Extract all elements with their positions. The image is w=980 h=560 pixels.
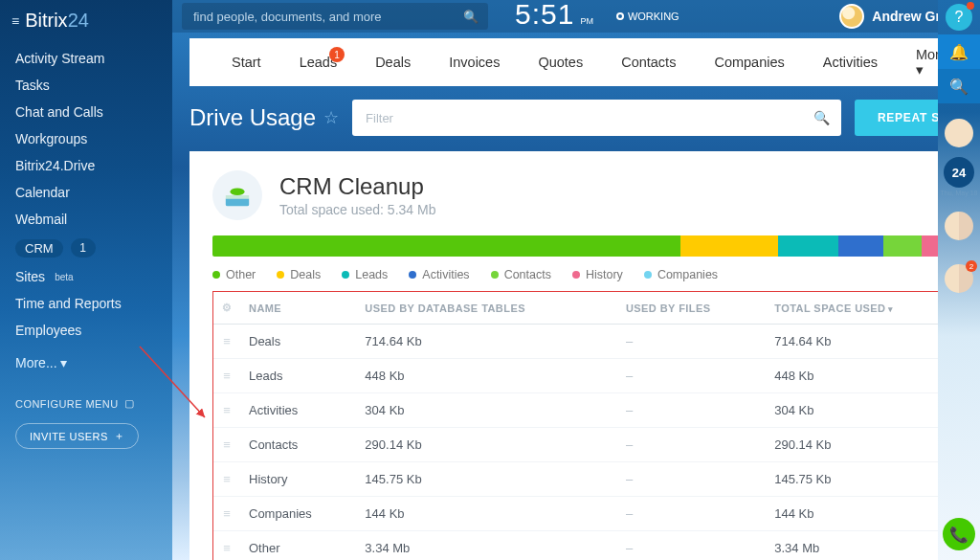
legend-item-other: Other — [212, 268, 256, 281]
sidebar-item-employees[interactable]: Employees — [0, 317, 172, 344]
card-subtitle: Total space used: 5.34 Mb — [279, 202, 435, 217]
col-files[interactable]: USED BY FILES — [618, 292, 767, 325]
tab-deals[interactable]: Deals — [356, 39, 430, 85]
page-title: Drive Usage ☆ — [189, 104, 339, 131]
cell-db: 145.75 Kb — [357, 462, 618, 497]
cell-total: 145.75 Kb — [767, 462, 967, 497]
table-row[interactable]: ≡Leads448 Kb–448 Kb — [212, 359, 967, 393]
sidebar-item-webmail[interactable]: Webmail — [0, 206, 172, 233]
tab-invoices[interactable]: Invoices — [430, 39, 519, 85]
table-row[interactable]: ≡Companies144 Kb–144 Kb — [212, 497, 967, 531]
cell-files: – — [618, 497, 767, 531]
page-toolbar: Drive Usage ☆ 🔍 REPEAT SCAN — [172, 86, 980, 146]
call-button-icon[interactable]: 📞 — [943, 518, 975, 550]
drag-handle-icon[interactable]: ≡ — [212, 325, 241, 359]
avatar — [839, 4, 864, 29]
tab-leads[interactable]: Leads1 — [280, 39, 357, 85]
tab-quotes[interactable]: Quotes — [519, 39, 602, 85]
svg-point-3 — [231, 189, 245, 196]
dock-contact-2[interactable]: 2 — [945, 264, 973, 293]
main-area: 🔍 5:51 PM WORKING Andrew Griffiths ▾ Sta… — [172, 0, 980, 560]
cell-total: 304 Kb — [767, 393, 967, 428]
global-search-input[interactable] — [191, 9, 463, 25]
cell-name: Activities — [241, 393, 357, 428]
drag-handle-icon[interactable]: ≡ — [212, 359, 241, 393]
record-icon — [616, 12, 624, 20]
sidebar-item-activity-stream[interactable]: Activity Stream — [0, 45, 172, 72]
working-status[interactable]: WORKING — [616, 11, 679, 22]
table-row[interactable]: ≡Deals714.64 Kb–714.64 Kb — [212, 325, 967, 359]
table-row[interactable]: ≡Contacts290.14 Kb–290.14 Kb — [212, 428, 967, 462]
legend-item-history: History — [572, 268, 623, 281]
cell-total: 714.64 Kb — [767, 325, 967, 359]
bitrix24-icon[interactable]: 24 — [944, 157, 974, 188]
table-row[interactable]: ≡History145.75 Kb–145.75 Kb — [212, 462, 967, 497]
crm-tabs: StartLeads1DealsInvoicesQuotesContactsCo… — [189, 38, 980, 86]
sidebar-item-calendar[interactable]: Calendar — [0, 179, 172, 206]
drag-handle-icon[interactable]: ≡ — [212, 393, 241, 428]
sidebar-item-bitrix24-drive[interactable]: Bitrix24.Drive — [0, 152, 172, 179]
cell-name: History — [241, 462, 357, 497]
filter-input[interactable] — [364, 110, 813, 126]
cell-db: 448 Kb — [357, 359, 618, 393]
favorite-star-icon[interactable]: ☆ — [323, 107, 339, 128]
sidebar-item-time-and-reports[interactable]: Time and Reports — [0, 290, 172, 317]
cell-files: – — [618, 393, 767, 428]
search-icon[interactable]: 🔍 — [813, 110, 830, 125]
dock-avatar[interactable] — [945, 119, 973, 147]
menu-toggle-icon[interactable]: ≡ — [11, 13, 19, 29]
settings-column-icon[interactable]: ⚙ — [212, 292, 241, 325]
col-db[interactable]: USED BY DATABASE TABLES — [357, 292, 618, 325]
cell-files: – — [618, 359, 767, 393]
drag-handle-icon[interactable]: ≡ — [212, 462, 241, 497]
filter-box[interactable]: 🔍 — [352, 100, 841, 136]
brand-logo: Bitrix24 — [25, 10, 89, 32]
cell-name: Contacts — [241, 428, 357, 462]
table-row[interactable]: ≡Other3.34 Mb–3.34 Mb — [212, 531, 967, 561]
col-name[interactable]: NAME — [241, 292, 357, 325]
notifications-icon[interactable]: 🔔 — [938, 34, 980, 69]
table-row[interactable]: ≡Activities304 Kb–304 Kb — [212, 393, 967, 428]
content-card: CRM Cleanup Total space used: 5.34 Mb Ot… — [189, 151, 980, 560]
sidebar-item-workgroups[interactable]: Workgroups — [0, 125, 172, 152]
drag-handle-icon[interactable]: ≡ — [212, 428, 241, 462]
tab-companies[interactable]: Companies — [695, 39, 803, 85]
sidebar-item-more-[interactable]: More... ▾ — [0, 349, 172, 376]
sidebar-item-chat-and-calls[interactable]: Chat and Calls — [0, 99, 172, 125]
drag-handle-icon[interactable]: ≡ — [212, 497, 241, 531]
cell-db: 3.34 Mb — [357, 531, 618, 561]
configure-menu-link[interactable]: CONFIGURE MENU▢ — [15, 397, 157, 410]
invite-users-button[interactable]: INVITE USERS＋ — [15, 423, 139, 449]
tab-activities[interactable]: Activities — [804, 39, 897, 85]
dock-contact-1[interactable] — [945, 212, 973, 240]
sidebar-item-sites[interactable]: Sitesbeta — [0, 263, 172, 290]
sidebar-item-tasks[interactable]: Tasks — [0, 72, 172, 99]
global-search[interactable]: 🔍 — [182, 3, 488, 30]
dock-search-icon[interactable]: 🔍 — [938, 69, 980, 103]
cell-total: 448 Kb — [767, 359, 967, 393]
bar-segment — [838, 235, 883, 257]
search-icon[interactable]: 🔍 — [463, 10, 479, 24]
usage-table: ⚙ NAME USED BY DATABASE TABLES USED BY F… — [212, 291, 967, 560]
topbar: 🔍 5:51 PM WORKING Andrew Griffiths ▾ — [172, 0, 980, 33]
help-icon[interactable]: ? — [946, 4, 972, 31]
legend-item-contacts: Contacts — [491, 268, 551, 281]
tab-contacts[interactable]: Contacts — [602, 39, 695, 85]
bar-segment — [778, 235, 838, 257]
cell-total: 3.34 Mb — [767, 531, 967, 561]
sidebar-item-crm[interactable]: CRM1 — [0, 233, 172, 263]
cell-total: 290.14 Kb — [767, 428, 967, 462]
cell-files: – — [618, 428, 767, 462]
card-title: CRM Cleanup — [279, 173, 435, 200]
cell-files: – — [618, 325, 767, 359]
col-total[interactable]: TOTAL SPACE USED — [767, 292, 967, 325]
tab-start[interactable]: Start — [212, 39, 280, 85]
drag-handle-icon[interactable]: ≡ — [212, 531, 241, 561]
left-sidebar: ≡ Bitrix24 Activity StreamTasksChat and … — [0, 0, 172, 560]
cell-files: – — [618, 531, 767, 561]
legend-item-activities: Activities — [409, 268, 469, 281]
cell-name: Leads — [241, 359, 357, 393]
dock-date: Thu, May 18 — [941, 190, 978, 196]
cell-db: 714.64 Kb — [357, 325, 618, 359]
clock: 5:51 PM — [515, 0, 593, 34]
